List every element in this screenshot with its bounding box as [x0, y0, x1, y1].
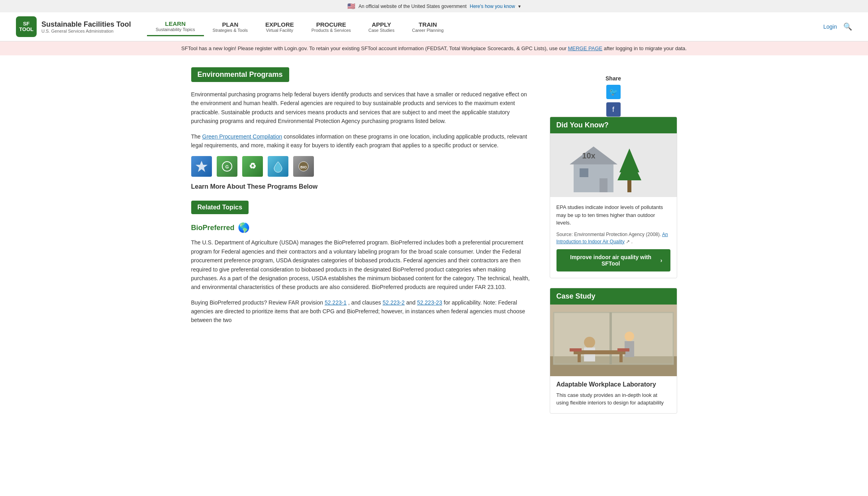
- nav-explore[interactable]: EXPLORE Virtual Facility: [257, 18, 303, 36]
- svg-rect-17: [609, 312, 612, 364]
- alert-text-after: after logging in to migrate your data.: [604, 45, 687, 51]
- heres-how-you-know-link[interactable]: Here's how you know: [470, 4, 515, 9]
- nav-train-main: TRAIN: [419, 21, 437, 28]
- biopreferred-label: BioPreferred: [191, 224, 235, 232]
- dropdown-chevron: ▾: [518, 4, 521, 9]
- share-label: Share: [605, 75, 621, 82]
- site-logo[interactable]: SF TOOL: [16, 16, 37, 37]
- svg-text:BIO: BIO: [300, 165, 306, 169]
- nav-plan[interactable]: PLAN Strategies & Tools: [204, 18, 257, 36]
- alert-text: SFTool has a new login! Please register …: [181, 45, 568, 51]
- svg-text:10x: 10x: [582, 151, 595, 160]
- site-title: Sustainable Facilities Tool: [41, 20, 131, 29]
- recycle-icon[interactable]: ♻: [242, 156, 263, 177]
- bio-icon[interactable]: BIO: [293, 156, 314, 177]
- nav-learn-sub: Sustainability Topics: [156, 27, 195, 32]
- biopreferred-paragraph: The U.S. Department of Agriculture (USDA…: [191, 238, 534, 291]
- cta-arrow-icon: ›: [660, 257, 662, 264]
- nav-explore-sub: Virtual Facility: [266, 28, 293, 33]
- water-icon[interactable]: [268, 156, 288, 177]
- svg-rect-19: [584, 348, 595, 361]
- did-you-know-header: Did You Know?: [550, 117, 677, 133]
- facebook-share-button[interactable]: f: [606, 102, 621, 117]
- office-illustration-svg: [550, 305, 677, 376]
- green-program-icon[interactable]: G: [217, 156, 237, 177]
- nav-apply-sub: Case Studies: [368, 28, 394, 33]
- svg-rect-23: [578, 354, 581, 362]
- nav-procure-main: PROCURE: [316, 21, 346, 28]
- alert-banner: SFTool has a new login! Please register …: [0, 41, 868, 55]
- svg-rect-24: [619, 354, 623, 362]
- site-header: SF TOOL Sustainable Facilities Tool U.S.…: [0, 12, 868, 41]
- share-area: Share 🐦 f: [550, 75, 677, 117]
- nav-plan-main: PLAN: [222, 21, 238, 28]
- did-you-know-body: EPA studies indicate indoor levels of po…: [550, 197, 677, 278]
- case-study-header: Case Study: [550, 288, 677, 305]
- flag-icon: 🇺🇸: [347, 2, 355, 10]
- cta-button-label: Improve indoor air quality with SFTool: [564, 254, 657, 267]
- nav-apply-main: APPLY: [372, 21, 391, 28]
- svg-text:G: G: [225, 164, 229, 169]
- far-text-3: and: [406, 299, 417, 306]
- site-subtitle: U.S. General Services Administration: [41, 29, 131, 33]
- biopreferred-far-paragraph: Buying BioPreferred products? Review FAR…: [191, 298, 534, 325]
- source-label-text: Source: Environmental Protection Agency …: [556, 232, 661, 237]
- nav-apply[interactable]: APPLY Case Studies: [360, 18, 403, 36]
- header-right: Login 🔍: [823, 22, 852, 31]
- search-button[interactable]: 🔍: [843, 22, 852, 31]
- main-nav: LEARN Sustainability Topics PLAN Strateg…: [147, 17, 807, 36]
- did-you-know-source: Source: Environmental Protection Agency …: [556, 231, 670, 245]
- nav-learn[interactable]: LEARN Sustainability Topics: [147, 17, 204, 36]
- nav-explore-main: EXPLORE: [265, 21, 294, 28]
- gov-banner-text: An official website of the United States…: [359, 4, 466, 9]
- svg-rect-9: [600, 178, 607, 192]
- svg-marker-0: [196, 161, 208, 172]
- external-link-icon: ↗: [626, 239, 630, 244]
- logo-text: Sustainable Facilities Tool U.S. General…: [41, 20, 131, 33]
- svg-point-20: [625, 332, 634, 341]
- nav-procure-sub: Products & Services: [312, 28, 351, 33]
- globe-icon: 🌎: [238, 222, 250, 233]
- main-layout: Environmental Programs Environmental pur…: [175, 55, 693, 435]
- logo-area: SF TOOL Sustainable Facilities Tool U.S.…: [16, 16, 131, 37]
- energy-star-icon[interactable]: [191, 156, 212, 177]
- source-period: .: [631, 239, 633, 244]
- svg-rect-8: [580, 168, 588, 177]
- gpc-link[interactable]: Green Procurement Compilation: [202, 133, 282, 140]
- intro-paragraph-1: Environmental purchasing programs help f…: [191, 90, 534, 126]
- related-topics-header: Related Topics: [191, 201, 249, 214]
- nav-train-sub: Career Planning: [412, 28, 444, 33]
- did-you-know-card: Did You Know? 10x: [550, 117, 677, 278]
- case-study-image: [550, 305, 677, 376]
- twitter-share-button[interactable]: 🐦: [606, 85, 621, 99]
- login-link[interactable]: Login: [823, 23, 837, 30]
- far-link-3[interactable]: 52.223-23: [417, 299, 442, 306]
- sidebar: Share 🐦 f Did You Know? 10x: [550, 67, 677, 423]
- far-link-1[interactable]: 52.223-1: [325, 299, 347, 306]
- case-study-title: Adaptable Workplace Laboratory: [550, 376, 677, 391]
- biopreferred-text: The U.S. Department of Agriculture (USDA…: [191, 239, 530, 290]
- svg-text:♻: ♻: [249, 162, 256, 170]
- svg-point-18: [584, 337, 595, 348]
- nav-procure[interactable]: PROCURE Products & Services: [303, 18, 360, 36]
- house-illustration-svg: 10x: [562, 135, 665, 196]
- case-study-description: This case study provides an in-depth loo…: [550, 391, 677, 413]
- merge-page-link[interactable]: MERGE PAGE: [568, 45, 602, 51]
- did-you-know-image: 10x: [550, 133, 677, 197]
- intro-paragraph-2: The Green Procurement Compilation consol…: [191, 132, 534, 150]
- biopreferred-title: BioPreferred 🌎: [191, 222, 534, 233]
- nav-plan-sub: Strategies & Tools: [213, 28, 248, 33]
- program-icons-row: G ♻ BIO: [191, 156, 534, 177]
- far-text-2: , and clauses: [348, 299, 382, 306]
- gov-banner: 🇺🇸 An official website of the United Sta…: [0, 0, 868, 12]
- content-area: Environmental Programs Environmental pur…: [191, 67, 534, 423]
- svg-marker-13: [619, 148, 639, 172]
- did-you-know-description: EPA studies indicate indoor levels of po…: [556, 203, 670, 227]
- improve-iaq-button[interactable]: Improve indoor air quality with SFTool ›: [556, 249, 670, 271]
- nav-learn-main: LEARN: [165, 20, 186, 27]
- svg-rect-25: [570, 348, 582, 351]
- page-title: Environmental Programs: [191, 67, 289, 82]
- far-link-2[interactable]: 52.223-2: [382, 299, 404, 306]
- learn-more-label: Learn More About These Programs Below: [191, 183, 534, 190]
- nav-train[interactable]: TRAIN Career Planning: [403, 18, 453, 36]
